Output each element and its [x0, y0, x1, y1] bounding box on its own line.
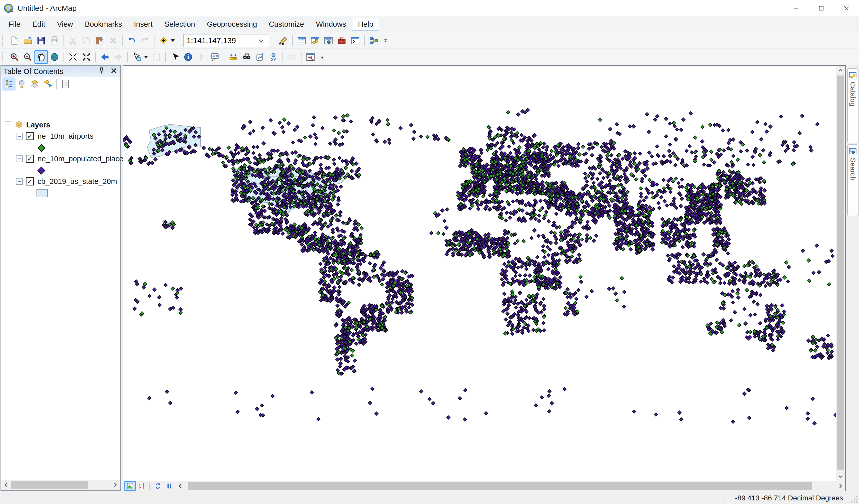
- minimize-button[interactable]: [783, 0, 809, 16]
- layer-row-us-states[interactable]: ✓ cb_2019_us_state_20m: [16, 176, 117, 187]
- layer-checkbox[interactable]: ✓: [26, 177, 34, 185]
- list-by-source-button[interactable]: [15, 78, 28, 90]
- dropdown-caret-icon[interactable]: [171, 39, 175, 42]
- find-button[interactable]: [240, 50, 253, 64]
- full-extent-button[interactable]: [48, 50, 61, 64]
- menu-selection[interactable]: Selection: [159, 18, 201, 31]
- globe-icon: [50, 52, 59, 62]
- fixed-zoom-in-button[interactable]: [66, 50, 80, 64]
- map-scale-input[interactable]: [184, 36, 256, 45]
- menu-edit[interactable]: Edit: [27, 18, 51, 31]
- chevron-down-icon[interactable]: [256, 37, 266, 44]
- refresh-view-button[interactable]: [152, 481, 164, 491]
- data-view-button[interactable]: [124, 481, 136, 491]
- save-button[interactable]: [34, 34, 48, 47]
- toolbar-overflow-button[interactable]: [381, 33, 390, 48]
- toc-options-button[interactable]: [59, 78, 72, 90]
- delete-x-icon: [108, 36, 118, 45]
- pan-tool[interactable]: [34, 50, 48, 64]
- fixed-in-icon: [69, 52, 78, 62]
- menu-geoprocessing[interactable]: Geoprocessing: [201, 18, 263, 31]
- map-canvas[interactable]: [123, 66, 836, 481]
- menu-windows[interactable]: Windows: [310, 18, 352, 31]
- find-route-button[interactable]: [253, 50, 267, 64]
- layer-symbol-us-states[interactable]: [36, 187, 48, 199]
- scroll-right-icon[interactable]: [836, 482, 845, 491]
- collapse-icon[interactable]: [16, 133, 22, 139]
- editor-toolbar-button[interactable]: [276, 34, 290, 47]
- scroll-left-button[interactable]: [175, 481, 186, 491]
- menu-view[interactable]: View: [51, 18, 79, 31]
- close-panel-icon[interactable]: [110, 67, 118, 76]
- identify-tool[interactable]: [181, 50, 195, 64]
- dock-tab-search[interactable]: Search: [847, 144, 858, 216]
- select-elements-tool[interactable]: [168, 50, 181, 64]
- layer-row-airports[interactable]: ✓ ne_10m_airports: [16, 131, 93, 142]
- standard-toolbar: [0, 32, 859, 49]
- scroll-down-icon[interactable]: [836, 472, 845, 481]
- map-vertical-scrollbar[interactable]: [836, 66, 845, 481]
- pin-icon[interactable]: [98, 67, 105, 76]
- toolbar-separator: [63, 35, 64, 46]
- pause-drawing-button[interactable]: [164, 481, 175, 491]
- collapse-icon[interactable]: [5, 122, 11, 128]
- toolbar-grip[interactable]: [2, 35, 5, 46]
- toolbar-grip[interactable]: [2, 52, 5, 62]
- go-to-xy-button[interactable]: XY: [267, 50, 280, 64]
- scroll-thumb[interactable]: [837, 76, 844, 470]
- back-extent-button[interactable]: [98, 50, 111, 64]
- viewer-window-button[interactable]: [304, 50, 317, 64]
- new-map-button[interactable]: [8, 34, 21, 47]
- resize-grip[interactable]: [849, 494, 857, 502]
- pause-icon: [166, 483, 173, 490]
- table-of-contents-window-button[interactable]: [295, 34, 308, 47]
- layer-row-populated-place[interactable]: ✓ ne_10m_populated_place: [16, 153, 123, 164]
- print-button[interactable]: [48, 34, 61, 47]
- toolbar-overflow-button[interactable]: [318, 50, 327, 64]
- collapse-icon[interactable]: [16, 178, 22, 185]
- layer-checkbox[interactable]: ✓: [26, 132, 34, 140]
- scroll-right-icon[interactable]: [110, 480, 120, 489]
- close-button[interactable]: [834, 0, 859, 16]
- paste-button[interactable]: [93, 34, 106, 47]
- html-popup-tool[interactable]: [208, 50, 222, 64]
- menu-bookmarks[interactable]: Bookmarks: [79, 18, 128, 31]
- measure-tool[interactable]: [227, 50, 240, 64]
- add-data-button[interactable]: [157, 34, 170, 47]
- layer-symbol-populated-place[interactable]: [39, 165, 44, 176]
- toc-horizontal-scrollbar[interactable]: [2, 480, 120, 490]
- editor-icon: [278, 36, 288, 45]
- collapse-icon[interactable]: [16, 155, 22, 162]
- scroll-thumb[interactable]: [11, 481, 88, 489]
- menu-customize[interactable]: Customize: [263, 18, 310, 31]
- layout-view-button[interactable]: [136, 481, 147, 491]
- dock-tab-catalog[interactable]: Catalog: [847, 68, 858, 143]
- select-features-tool[interactable]: [130, 50, 144, 64]
- list-by-selection-button[interactable]: [41, 78, 54, 90]
- menu-insert[interactable]: Insert: [128, 18, 159, 31]
- list-by-drawing-order-button[interactable]: [3, 78, 15, 90]
- zoom-out-tool[interactable]: [21, 50, 34, 64]
- map-scale-combobox[interactable]: [183, 34, 269, 47]
- arctoolbox-button[interactable]: [335, 34, 348, 47]
- undo-button[interactable]: [125, 34, 138, 47]
- scroll-up-icon[interactable]: [836, 66, 845, 75]
- dropdown-caret-icon[interactable]: [144, 56, 148, 58]
- scroll-left-icon[interactable]: [2, 480, 11, 489]
- modelbuilder-button[interactable]: [367, 34, 380, 47]
- python-window-button[interactable]: [348, 34, 362, 47]
- find-route-icon: [256, 52, 265, 62]
- layer-checkbox[interactable]: ✓: [26, 155, 34, 163]
- menu-help[interactable]: Help: [352, 18, 379, 31]
- search-window-button[interactable]: [322, 34, 335, 47]
- zoom-in-tool[interactable]: [8, 50, 21, 64]
- toc-root-row[interactable]: Layers: [5, 119, 50, 131]
- map-horizontal-scroll-thumb[interactable]: [187, 482, 812, 490]
- open-button[interactable]: [21, 34, 34, 47]
- list-by-visibility-button[interactable]: [28, 78, 41, 90]
- layer-symbol-airports[interactable]: [39, 142, 44, 154]
- catalog-window-button[interactable]: [308, 34, 322, 47]
- fixed-zoom-out-button[interactable]: [80, 50, 93, 64]
- menu-file[interactable]: File: [3, 18, 27, 31]
- maximize-button[interactable]: [809, 0, 834, 16]
